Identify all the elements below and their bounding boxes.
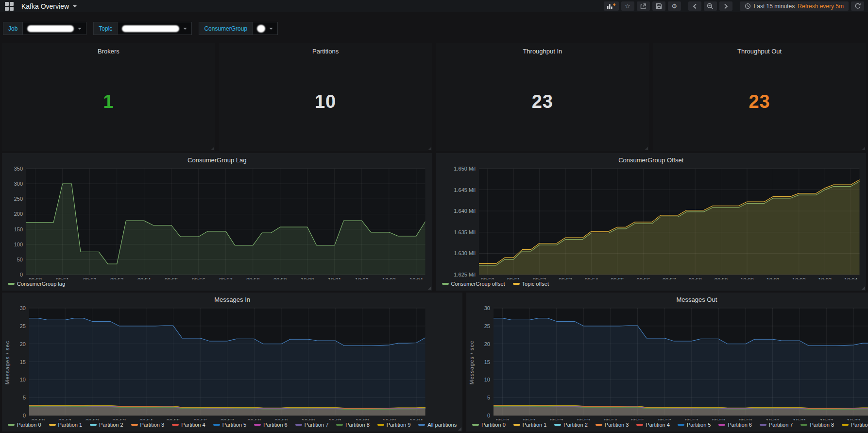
legend-item[interactable]: Partition 7 <box>760 422 793 428</box>
panel-resize-handle[interactable] <box>211 147 214 150</box>
svg-text:10:03: 10:03 <box>383 418 396 420</box>
save-button[interactable] <box>652 1 665 11</box>
filter-topic: Topic <box>93 22 192 35</box>
svg-text:30: 30 <box>20 305 26 311</box>
legend-item[interactable]: Topic offset <box>513 281 549 287</box>
panel-title[interactable]: Messages Out <box>466 293 868 304</box>
legend-label: Partition 3 <box>605 422 629 428</box>
star-button[interactable]: ☆ <box>621 1 634 11</box>
svg-text:09:50: 09:50 <box>496 418 510 420</box>
svg-text:09:57: 09:57 <box>685 418 698 420</box>
chart-area: 05010015020025030035009:5009:5109:5209:5… <box>4 165 430 279</box>
svg-text:10:02: 10:02 <box>356 418 369 420</box>
legend-label: Partition 0 <box>17 422 41 428</box>
consumergroup-offset-chart[interactable]: 1.625 Mil1.630 Mil1.635 Mil1.640 Mil1.64… <box>438 165 865 279</box>
settings-button[interactable]: ⚙ <box>668 1 681 11</box>
svg-text:10:03: 10:03 <box>382 277 396 279</box>
svg-text:1.650 Mil: 1.650 Mil <box>454 166 476 172</box>
panel-title[interactable]: Messages In <box>2 293 462 304</box>
messages-out-chart[interactable]: 05101520253009:5009:5109:5209:5309:5409:… <box>468 304 868 420</box>
legend-item[interactable]: Partition 5 <box>678 422 711 428</box>
panel-resize-handle[interactable] <box>428 147 431 150</box>
legend-item[interactable]: Partition 5 <box>213 422 247 428</box>
legend-item[interactable]: Partition 7 <box>295 422 329 428</box>
panel-title[interactable]: Partitions <box>219 43 432 55</box>
legend-item[interactable]: Partition 6 <box>254 422 288 428</box>
share-icon <box>640 3 647 10</box>
panel-title[interactable]: Throughput In <box>436 43 649 55</box>
legend-item[interactable]: Partition 2 <box>554 422 588 428</box>
legend-label: Partition 1 <box>58 422 83 428</box>
legend-swatch-icon <box>513 283 520 285</box>
add-panel-button[interactable] <box>604 1 619 11</box>
legend-item[interactable]: Partition 4 <box>172 422 205 428</box>
dashboard-title-menu[interactable]: Kafka Overview <box>21 2 77 10</box>
time-forward-button[interactable] <box>719 1 732 11</box>
dashboard-title: Kafka Overview <box>21 2 69 10</box>
svg-text:10:01: 10:01 <box>328 277 341 279</box>
panel-title[interactable]: Throughput Out <box>653 43 866 55</box>
legend-item[interactable]: ConsumerGroup lag <box>8 281 65 287</box>
legend-swatch-icon <box>636 424 643 426</box>
legend-item[interactable]: ConsumerGroup offset <box>442 281 505 287</box>
legend-item[interactable]: All partitions <box>418 422 457 428</box>
zoom-out-button[interactable] <box>704 1 717 11</box>
legend-item[interactable]: Partition 1 <box>513 422 547 428</box>
topic-dropdown[interactable] <box>117 22 192 35</box>
grafana-apps-icon[interactable] <box>5 2 17 11</box>
legend-item[interactable]: Partition 9 <box>842 422 868 428</box>
chart-legend: ConsumerGroup lag <box>2 279 432 291</box>
svg-text:09:58: 09:58 <box>248 418 261 420</box>
legend-swatch-icon <box>596 424 602 426</box>
legend-item[interactable]: Partition 2 <box>90 422 123 428</box>
consumergroup-dropdown[interactable] <box>252 22 278 35</box>
time-back-button[interactable] <box>688 1 701 11</box>
svg-text:15: 15 <box>484 359 490 365</box>
panel-consumergroup-offset: ConsumerGroup Offset 1.625 Mil1.630 Mil1… <box>436 153 867 291</box>
stat-value: 1 <box>2 91 215 112</box>
panel-title[interactable]: Brokers <box>2 43 215 55</box>
legend-item[interactable]: Partition 6 <box>718 422 752 428</box>
legend-item[interactable]: Partition 8 <box>800 422 834 428</box>
legend-item[interactable]: Partition 0 <box>472 422 506 428</box>
legend-item[interactable]: Partition 3 <box>131 422 165 428</box>
consumergroup-lag-chart[interactable]: 05010015020025030035009:5009:5109:5209:5… <box>4 165 430 279</box>
refresh-interval-label: Refresh every 5m <box>798 3 844 10</box>
refresh-button[interactable] <box>851 1 864 11</box>
legend-item[interactable]: Partition 8 <box>336 422 370 428</box>
svg-text:09:51: 09:51 <box>507 277 520 279</box>
legend-item[interactable]: Partition 0 <box>8 422 41 428</box>
legend-label: ConsumerGroup lag <box>17 281 65 287</box>
svg-text:09:52: 09:52 <box>85 418 99 420</box>
panel-resize-handle[interactable] <box>645 147 648 150</box>
legend-item[interactable]: Partition 4 <box>636 422 670 428</box>
panel-title[interactable]: ConsumerGroup Lag <box>2 153 432 165</box>
job-dropdown[interactable] <box>22 22 86 35</box>
legend-label: Topic offset <box>522 281 549 287</box>
panel-resize-handle[interactable] <box>862 286 865 290</box>
panel-consumergroup-lag: ConsumerGroup Lag 0501001502002503003500… <box>2 153 432 291</box>
share-button[interactable] <box>637 1 650 11</box>
svg-text:10: 10 <box>484 377 490 382</box>
stat-panels-row: Brokers 1 Partitions 10 Throughput In 23… <box>0 37 868 151</box>
panel-resize-handle[interactable] <box>428 286 431 290</box>
svg-text:09:57: 09:57 <box>662 277 676 279</box>
panel-resize-handle[interactable] <box>458 427 461 431</box>
panel-resize-handle[interactable] <box>862 147 865 150</box>
legend-item[interactable]: Partition 3 <box>596 422 629 428</box>
time-picker-button[interactable]: Last 15 minutes Refresh every 5m <box>740 1 849 11</box>
svg-text:15: 15 <box>20 359 26 365</box>
chevron-down-icon <box>269 28 273 30</box>
chart-area: Messages / sec 05101520253009:5009:5109:… <box>4 304 460 420</box>
stat-value: 23 <box>436 91 649 112</box>
legend-item[interactable]: Partition 9 <box>377 422 411 428</box>
panel-partitions: Partitions 10 <box>219 43 432 151</box>
legend-swatch-icon <box>213 424 220 426</box>
legend-item[interactable]: Partition 1 <box>49 422 83 428</box>
messages-in-chart[interactable]: 05101520253009:5009:5109:5209:5309:5409:… <box>4 304 460 420</box>
panel-title[interactable]: ConsumerGroup Offset <box>436 153 867 165</box>
svg-text:5: 5 <box>23 395 26 400</box>
svg-text:10:04: 10:04 <box>844 277 857 279</box>
svg-text:10: 10 <box>20 377 26 382</box>
time-picker-group: Last 15 minutes Refresh every 5m <box>740 1 864 11</box>
